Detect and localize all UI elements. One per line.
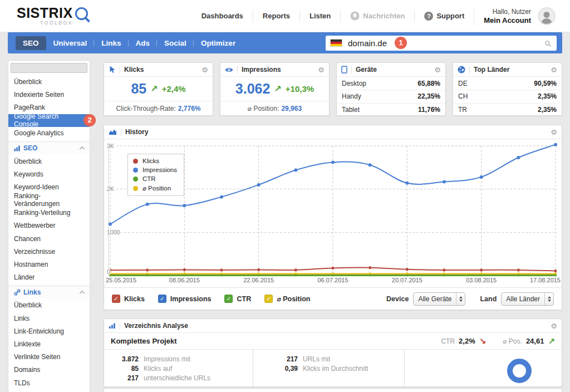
svg-text:17.08.2015: 17.08.2015 [530, 277, 561, 283]
sidebar-item[interactable]: Wettbewerber [8, 219, 90, 232]
logo-title: SISTRIX [17, 6, 73, 19]
card-title: Geräte [356, 66, 377, 74]
trend-up-icon: ↗ [150, 84, 158, 94]
sidebar-item[interactable]: Verlinkte Seiten [8, 351, 90, 364]
table-row: CH2,35% [453, 90, 562, 102]
sidebar-item[interactable]: Überblick [8, 155, 90, 168]
sidebar-item[interactable]: Links [8, 312, 90, 325]
legend-entry: CTR [133, 175, 177, 182]
nav-nachrichten[interactable]: Nachrichten [340, 10, 414, 22]
series-checkbox[interactable]: ✓Impressions [158, 295, 212, 303]
stat-line: 217URLs mit [276, 355, 404, 364]
nav-support[interactable]: ? Support [414, 10, 474, 22]
sidebar-item[interactable]: Überblick [8, 299, 90, 312]
sidebar-item[interactable]: Keyword-Ideen [8, 180, 90, 193]
device-icon [341, 66, 347, 74]
gear-icon[interactable]: ⚙ [202, 66, 208, 74]
svg-text:22.06.2015: 22.06.2015 [243, 277, 274, 283]
card-title: Impressions [242, 66, 281, 74]
impressions-value: 3.062 [235, 81, 271, 97]
gear-icon[interactable]: ⚙ [551, 66, 557, 74]
nav-listen[interactable]: Listen [299, 10, 340, 22]
tab-ads[interactable]: Ads [129, 36, 158, 50]
tab-links[interactable]: Links [94, 36, 128, 50]
device-select[interactable]: Alle Geräte [413, 292, 465, 306]
sidebar-item[interactable]: Linktexte [8, 337, 90, 350]
sidebar-item[interactable]: Indexierte Seiten [8, 88, 90, 101]
series-checkbox[interactable]: ✓⌀ Position [264, 295, 310, 303]
germany-flag-icon[interactable] [330, 39, 342, 47]
question-icon: ? [424, 12, 433, 21]
main-content: Klicks ⚙ 85 ↗ +2,4% Click-Through-Rate: … [104, 62, 562, 392]
nav-dashboards[interactable]: Dashboards [192, 10, 253, 22]
sidebar-item[interactable]: Domains [8, 364, 90, 376]
bar-chart-icon [14, 145, 21, 151]
legend-dot-icon [133, 168, 138, 173]
tab-universal[interactable]: Universal [46, 36, 95, 50]
account-menu[interactable]: Hallo, Nutzer Mein Account [474, 8, 538, 24]
domain-search-input[interactable]: domain.de 1 [326, 36, 557, 51]
sidebar-item[interactable]: Überblick [8, 75, 90, 88]
bar-chart-icon [109, 322, 116, 329]
sidebar-item[interactable]: Hostnamen [8, 258, 90, 271]
history-title: History [125, 128, 148, 136]
series-checkbox[interactable]: ✓CTR [224, 295, 251, 303]
sidebar-item[interactable]: Verzeichnisse [8, 245, 90, 258]
sidebar-item[interactable]: Google Analytics [8, 127, 90, 140]
history-panel: History ⚙ 010002K3K25.05.201508.06.20152… [104, 125, 562, 310]
table-row: Desktop65,88% [337, 77, 445, 90]
eye-icon [225, 67, 233, 73]
logo-subtitle: TOOLBOX [40, 20, 72, 26]
legend-entry: ⌀ Position [133, 184, 177, 192]
series-checkbox[interactable]: ✓Klicks [112, 295, 145, 303]
sidebar-item[interactable]: PageRank [8, 101, 90, 114]
ctr-label: Click-Through-Rate: [116, 105, 175, 112]
card-geraete-rows: Desktop65,88%Handy22,35%Tablet11,76% [337, 77, 445, 116]
land-select[interactable]: Alle Länder [501, 292, 554, 306]
stat-line: 0,39Klicks im Durchschnitt [276, 364, 404, 374]
tab-social[interactable]: Social [157, 36, 194, 50]
sidebar-item[interactable]: Länder [8, 271, 90, 284]
sidebar-item[interactable]: Google Search Console2 [8, 114, 90, 127]
card-klicks: Klicks ⚙ 85 ↗ +2,4% Click-Through-Rate: … [104, 62, 213, 116]
sidebar-item[interactable]: TLDs [8, 376, 90, 389]
svg-text:08.06.2015: 08.06.2015 [169, 277, 200, 283]
sidebar-item[interactable]: Keywords [8, 168, 90, 180]
sidebar-item[interactable]: Ranking-Veränderungen [8, 194, 90, 207]
bell-icon [350, 11, 360, 21]
cursor-icon [109, 66, 116, 74]
ctr-metric-label: CTR [441, 337, 455, 345]
gear-icon[interactable]: ⚙ [551, 322, 557, 330]
card-title: Top Länder [474, 66, 509, 74]
sidebar-item[interactable]: Link-Entwicklung [8, 325, 90, 337]
header-nav: Dashboards Reports Listen Nachrichten ? … [192, 0, 570, 32]
tab-seo[interactable]: SEO [16, 36, 46, 50]
gear-icon[interactable]: ⚙ [318, 66, 325, 74]
checkbox-check-icon: ✓ [158, 295, 166, 303]
table-row: Handy22,35% [337, 90, 445, 102]
chevron-up-icon [80, 291, 85, 296]
verzeichnis-title: Verzeichnis Analyse [124, 322, 188, 330]
sidebar-item[interactable]: Ranking-Verteilung [8, 207, 90, 219]
sidebar-item[interactable]: Chancen [8, 232, 90, 245]
card-laender-rows: DE90,59%CH2,35%TR2,35% [453, 77, 562, 116]
tab-optimizer[interactable]: Optimizer [194, 36, 243, 50]
sidebar-filter-box[interactable] [11, 63, 87, 73]
search-icon[interactable] [545, 41, 550, 46]
kpi-cards: Klicks ⚙ 85 ↗ +2,4% Click-Through-Rate: … [104, 62, 562, 116]
gear-icon[interactable]: ⚙ [434, 66, 441, 74]
user-avatar[interactable] [538, 7, 556, 25]
sidebar-section-links[interactable]: Links [8, 286, 90, 299]
gear-icon[interactable]: ⚙ [551, 129, 557, 136]
sistrix-logo[interactable]: SISTRIX TOOLBOX [17, 6, 88, 26]
legend-entry: Klicks [133, 158, 177, 164]
svg-text:2K: 2K [107, 185, 114, 192]
sidebar: ÜberblickIndexierte SeitenPageRankGoogle… [8, 60, 90, 392]
account-label: Mein Account [484, 16, 531, 24]
nav-reports[interactable]: Reports [253, 10, 299, 22]
series-checkboxes: ✓Klicks✓Impressions✓CTR✓⌀ Position [112, 295, 324, 303]
globe-icon [458, 66, 465, 74]
tutorial-badge-2: 2 [83, 114, 96, 126]
legend-entry: Impressions [133, 166, 177, 173]
sidebar-section-seo[interactable]: SEO [8, 141, 90, 155]
